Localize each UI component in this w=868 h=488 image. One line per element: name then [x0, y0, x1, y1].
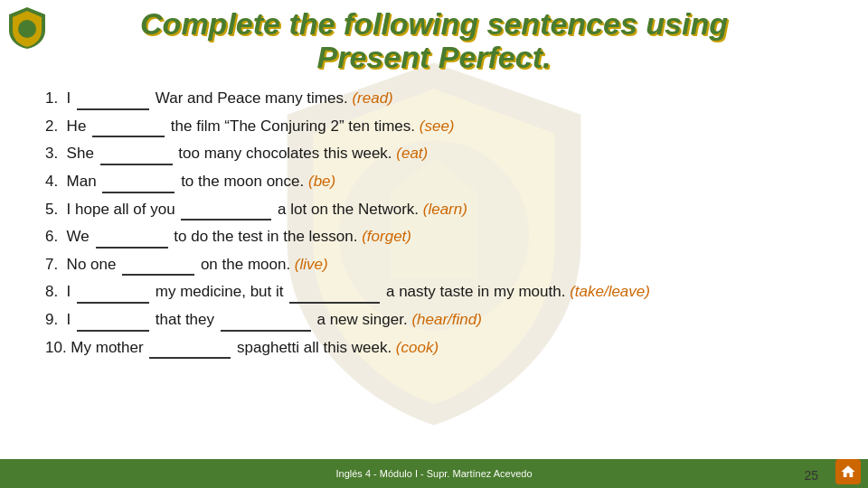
hint-9: (hear/find) [411, 311, 481, 328]
hint-8: (take/leave) [570, 283, 650, 300]
sentence-4: 4. Man to the moon once. (be) [45, 169, 823, 193]
hint-4: (be) [308, 173, 335, 190]
blank-2 [92, 114, 165, 138]
sentence-3: 3. She too many chocolates this week. (e… [45, 141, 823, 165]
blank-3 [100, 141, 173, 165]
content-area: 1. I War and Peace many times. (read) 2.… [45, 86, 823, 452]
sentence-6: 6. We to do the test in the lesson. (for… [45, 224, 823, 249]
blank-1 [77, 86, 149, 110]
blank-7 [122, 252, 194, 277]
title-container: Complete the following sentences using P… [0, 0, 868, 75]
blank-8b [289, 279, 380, 304]
blank-8a [77, 279, 149, 304]
hint-3: (eat) [396, 145, 428, 162]
home-button[interactable] [835, 459, 861, 484]
slide: Complete the following sentences using P… [0, 0, 868, 488]
hint-6: (forget) [362, 228, 411, 245]
page-number: 25 [804, 468, 818, 483]
sentence-1: 1. I War and Peace many times. (read) [45, 86, 823, 110]
sentence-list: 1. I War and Peace many times. (read) 2.… [45, 86, 823, 359]
sentence-10: 10. My mother spaghetti all this week. (… [45, 335, 823, 360]
title-line1: Complete the following sentences using [0, 7, 868, 41]
sentence-8: 8. I my medicine, but it a nasty taste i… [45, 279, 823, 304]
sentence-9: 9. I that they a new singer. (hear/find) [45, 307, 823, 332]
blank-6 [96, 224, 168, 249]
title-line2: Present Perfect. [0, 41, 868, 74]
sentence-5: 5. I hope all of you a lot on the Networ… [45, 197, 823, 221]
footer-text: Inglés 4 - Módulo I - Supr. Martínez Ace… [335, 468, 532, 479]
bottom-bar: Inglés 4 - Módulo I - Supr. Martínez Ace… [0, 459, 868, 488]
hint-10: (cook) [396, 339, 439, 356]
hint-1: (read) [352, 89, 392, 107]
sentence-7: 7. No one on the moon. (live) [45, 252, 823, 277]
blank-9b [221, 307, 311, 332]
blank-9a [77, 307, 149, 332]
blank-4 [102, 169, 175, 193]
blank-10 [149, 335, 231, 360]
sentence-2: 2. He the film “The Conjuring 2” ten tim… [45, 114, 823, 138]
hint-5: (learn) [423, 201, 467, 218]
hint-2: (see) [420, 117, 455, 135]
home-icon [840, 464, 856, 480]
blank-5 [181, 197, 271, 221]
hint-7: (live) [295, 256, 328, 273]
